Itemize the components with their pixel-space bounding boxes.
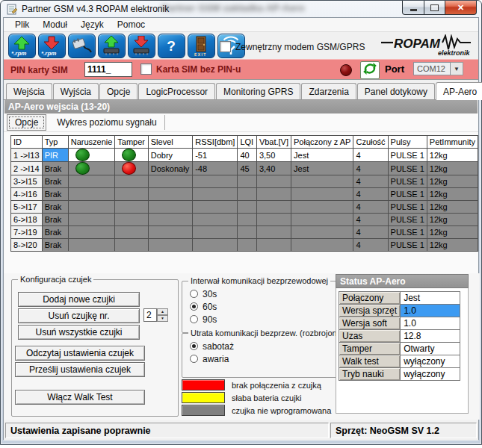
- radio-60s[interactable]: 60s: [190, 300, 217, 313]
- cell-lqi[interactable]: 40: [238, 149, 256, 162]
- tab-opcje[interactable]: Opcje: [99, 83, 138, 99]
- cell-tamper[interactable]: [115, 201, 148, 214]
- close-button[interactable]: ✕: [445, 1, 477, 15]
- external-modem-checkbox[interactable]: Zewnętrzny modem GSM/GPRS: [220, 41, 365, 52]
- cell-slevel[interactable]: [148, 201, 192, 214]
- status-value[interactable]: 1.0: [401, 305, 460, 317]
- read-device-button[interactable]: [98, 34, 126, 58]
- cell-slevel[interactable]: [148, 239, 192, 252]
- sim-no-pin-checkbox[interactable]: Karta SIM bez PIN-u: [140, 63, 241, 75]
- cell-typ[interactable]: Brak: [42, 239, 68, 252]
- cell-lqi[interactable]: [238, 188, 256, 201]
- cell-typ[interactable]: Brak: [42, 201, 68, 214]
- status-value[interactable]: wyłączony: [401, 355, 460, 368]
- tab-zdarzenia[interactable]: Zdarzenia: [301, 83, 356, 99]
- cell-id[interactable]: 8->I20: [11, 239, 43, 252]
- tab-panel-dotykowy[interactable]: Panel dotykowy: [357, 83, 435, 99]
- cell-typ[interactable]: PIR: [42, 149, 68, 162]
- sensor-number-spinner[interactable]: ▲ ▼: [143, 308, 168, 322]
- radio-30s[interactable]: 30s: [190, 287, 217, 300]
- cell-ap[interactable]: [291, 175, 353, 188]
- cell-rssi[interactable]: [193, 188, 238, 201]
- cell-lqi[interactable]: 45: [238, 162, 256, 175]
- cell-ap[interactable]: [291, 188, 353, 201]
- cell-typ[interactable]: Brak: [42, 214, 68, 226]
- cell-naruszenie[interactable]: [68, 226, 115, 239]
- cell-tamper[interactable]: [115, 162, 148, 175]
- radio-90s[interactable]: 90s: [190, 313, 217, 326]
- status-value[interactable]: 1.0: [401, 317, 460, 330]
- cell-lqi[interactable]: [238, 239, 256, 252]
- column-header-czu-o[interactable]: Czułość: [353, 136, 388, 149]
- tab-wyj-cia[interactable]: Wyjścia: [53, 83, 99, 99]
- cell-id[interactable]: 3->I15: [11, 175, 43, 188]
- spinner-up-icon[interactable]: ▲: [157, 308, 168, 315]
- tab-logicprocessor[interactable]: LogicProcessor: [138, 83, 215, 99]
- button-odczytaj-ustawienia-czujek[interactable]: Odczytaj ustawienia czujek: [15, 346, 145, 361]
- column-header-naruszenie[interactable]: Naruszenie: [68, 136, 115, 149]
- cell-ap[interactable]: [291, 201, 353, 214]
- connection-button[interactable]: [68, 34, 96, 58]
- maximize-button[interactable]: [424, 1, 445, 15]
- minimize-button[interactable]: [402, 1, 424, 15]
- cell-vbat[interactable]: [256, 226, 291, 239]
- chevron-down-icon[interactable]: ▼: [451, 62, 463, 75]
- radio-sabota[interactable]: sabotaż: [190, 340, 234, 352]
- cell-pulsy[interactable]: PULSE 1: [388, 162, 427, 175]
- cell-naruszenie[interactable]: [68, 175, 115, 188]
- cell-pet[interactable]: 12kg: [427, 226, 478, 239]
- cell-naruszenie[interactable]: [68, 239, 115, 252]
- cell-pet[interactable]: 12kg: [427, 149, 478, 162]
- column-header-pulsy[interactable]: Pulsy: [388, 136, 427, 149]
- subtab-wykres-poziomu-sygna-u[interactable]: Wykres poziomu sygnału: [49, 115, 164, 130]
- cell-pet[interactable]: 12kg: [427, 201, 478, 214]
- cell-rssi[interactable]: -48: [193, 162, 238, 175]
- cell-typ[interactable]: Brak: [42, 188, 68, 201]
- cell-pulsy[interactable]: PULSE 1: [388, 239, 427, 252]
- cell-lqi[interactable]: [238, 175, 256, 188]
- cell-czulosc[interactable]: 4: [353, 201, 388, 214]
- cell-pet[interactable]: 12kg: [427, 214, 478, 226]
- cell-vbat[interactable]: 3,40: [256, 162, 291, 175]
- radio-awaria[interactable]: awaria: [190, 352, 234, 365]
- cell-vbat[interactable]: [256, 239, 291, 252]
- status-value[interactable]: wyłączony: [401, 368, 460, 381]
- cell-typ[interactable]: Brak: [42, 162, 68, 175]
- button-usu-czujk-nr[interactable]: Usuń czujkę nr.: [18, 308, 140, 323]
- column-header-slevel[interactable]: Slevel: [148, 136, 192, 149]
- cell-rssi[interactable]: [193, 175, 238, 188]
- column-header-rssi-dbm[interactable]: RSSI[dbm]: [193, 136, 238, 149]
- cell-rssi[interactable]: [193, 226, 238, 239]
- cell-naruszenie[interactable]: [68, 201, 115, 214]
- cell-naruszenie[interactable]: [68, 214, 115, 226]
- menu-item-modu[interactable]: Moduł: [36, 19, 74, 31]
- status-value[interactable]: Otwarty: [401, 343, 460, 355]
- spinner-value[interactable]: [143, 308, 157, 322]
- column-header-vbat-v[interactable]: Vbat.[V]: [256, 136, 291, 149]
- cell-czulosc[interactable]: 4: [353, 188, 388, 201]
- cell-rssi[interactable]: [193, 239, 238, 252]
- button-dodaj-nowe-czujki[interactable]: Dodaj nowe czujki: [18, 292, 140, 307]
- cell-tamper[interactable]: [115, 226, 148, 239]
- cell-id[interactable]: 2 ->I14: [11, 162, 43, 175]
- cell-czulosc[interactable]: 4: [353, 239, 388, 252]
- cell-czulosc[interactable]: 4: [353, 149, 388, 162]
- cell-pulsy[interactable]: PULSE 1: [388, 214, 427, 226]
- column-header-typ[interactable]: Typ: [42, 136, 68, 149]
- cell-pet[interactable]: 12kg: [427, 239, 478, 252]
- cell-pulsy[interactable]: PULSE 1: [388, 188, 427, 201]
- tab-monitoring-gprs[interactable]: Monitoring GPRS: [216, 83, 300, 99]
- cell-lqi[interactable]: [238, 214, 256, 226]
- button-w-cz-walk-test[interactable]: Włącz Walk Test: [15, 390, 145, 405]
- cell-id[interactable]: 7->I19: [11, 226, 43, 239]
- menu-item-pomoc[interactable]: Pomoc: [111, 19, 152, 31]
- cell-naruszenie[interactable]: [68, 188, 115, 201]
- subtab-opcje[interactable]: Opcje: [7, 114, 46, 131]
- cell-id[interactable]: 1 ->I13: [11, 149, 43, 162]
- cell-vbat[interactable]: 3,50: [256, 149, 291, 162]
- cell-tamper[interactable]: [115, 188, 148, 201]
- load-rpm-button[interactable]: *.rpm: [8, 34, 36, 58]
- cell-pulsy[interactable]: PULSE 1: [388, 149, 427, 162]
- cell-rssi[interactable]: [193, 214, 238, 226]
- cell-typ[interactable]: Brak: [42, 175, 68, 188]
